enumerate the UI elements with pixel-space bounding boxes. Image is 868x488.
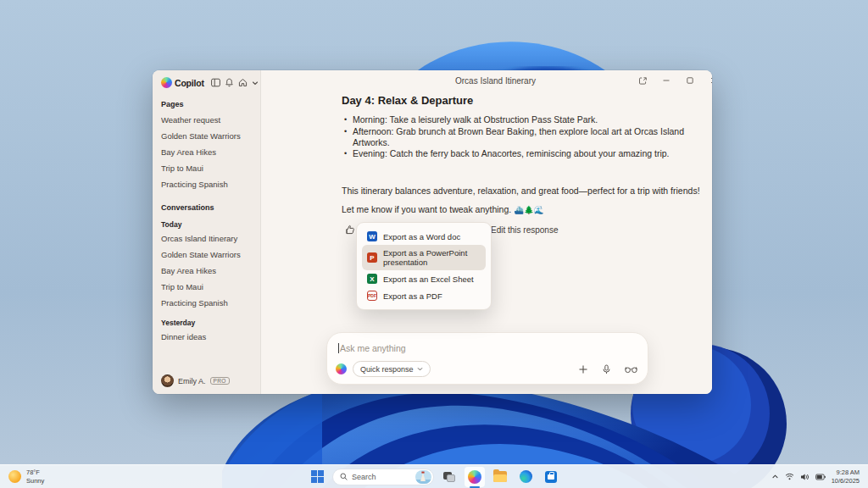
copilot-home-button[interactable]: Copilot (161, 77, 204, 88)
header-more-button[interactable] (251, 79, 259, 87)
chat-input[interactable]: Ask me anything (338, 341, 637, 355)
sidebar-conversation-item[interactable]: Orcas Island Itinerary (161, 230, 252, 247)
wifi-button[interactable] (785, 473, 794, 480)
conversations-section-label: Conversations (161, 203, 252, 212)
notifications-button[interactable] (224, 77, 235, 88)
bullet-item: Afternoon: Grab brunch at Brown Bear Bak… (342, 126, 693, 148)
close-button[interactable] (706, 73, 712, 88)
export-option-label: Export as a PowerPoint presentation (383, 248, 481, 267)
copilot-app-window: Copilot Pages Weather request Golden Sta… (153, 70, 712, 394)
copilot-logo-icon (161, 77, 172, 88)
start-button[interactable] (307, 467, 327, 487)
tweak-text: Let me know if you want to tweak anythin… (342, 204, 706, 214)
weather-temp: 78°F (26, 469, 44, 476)
search-highlight-thumbnail (415, 470, 431, 484)
microsoft-store-icon (545, 471, 557, 483)
export-word-option[interactable]: W Export as a Word doc (362, 228, 486, 245)
chevron-down-icon (417, 366, 423, 372)
app-name: Copilot (175, 78, 204, 88)
sidebar-page-item[interactable]: Practicing Spanish (161, 176, 252, 192)
search-icon (340, 473, 348, 480)
sun-icon (8, 470, 21, 483)
file-explorer-button[interactable] (490, 467, 510, 487)
export-option-label: Export as an Excel Sheet (383, 274, 474, 284)
export-dropdown-menu: W Export as a Word doc P Export as a Pow… (356, 222, 492, 310)
close-icon (709, 76, 712, 85)
sidebar-page-item[interactable]: Weather request (161, 112, 252, 128)
chevron-up-icon (771, 473, 779, 480)
summary-text: This itinerary balances adventure, relax… (342, 186, 706, 196)
microsoft-store-button[interactable] (541, 467, 561, 487)
home-button[interactable] (237, 77, 248, 88)
clock-date: 10/6/2025 (832, 477, 860, 485)
quick-response-selector[interactable]: Quick response (353, 361, 431, 377)
excel-icon: X (367, 274, 377, 284)
response-heading: Day 4: Relax & Departure (342, 94, 706, 107)
export-powerpoint-option[interactable]: P Export as a PowerPoint presentation (362, 245, 486, 270)
edit-response-label: Edit this response (491, 225, 559, 235)
user-name: Emily A. (178, 377, 206, 385)
chat-input-box: Ask me anything Quick response (326, 332, 648, 385)
sidebar-page-item[interactable]: Trip to Maui (161, 160, 252, 176)
add-attachment-button[interactable] (578, 364, 588, 374)
sidebar-conversation-item[interactable]: Trip to Maui (161, 279, 252, 295)
sidebar: Copilot Pages Weather request Golden Sta… (153, 70, 261, 394)
taskbar-copilot-button[interactable] (465, 467, 485, 487)
edge-icon (520, 470, 532, 483)
tweak-emoji: ⛴️🌲🌊 (514, 205, 544, 214)
quick-response-label: Quick response (360, 365, 414, 374)
sidebar-header: Copilot (161, 77, 252, 88)
wifi-icon (785, 473, 794, 480)
bullet-item: Evening: Catch the ferry back to Anacort… (342, 148, 693, 159)
taskbar-search[interactable]: Search (332, 469, 434, 485)
pro-badge: PRO (210, 377, 230, 385)
sidebar-conversation-item[interactable]: Bay Area Hikes (161, 263, 252, 279)
export-pdf-option[interactable]: PDF Export as a PDF (362, 287, 486, 304)
minimize-button[interactable] (659, 73, 674, 88)
export-option-label: Export as a PDF (383, 291, 442, 301)
popout-icon (638, 76, 648, 86)
popout-window-button[interactable] (635, 73, 650, 88)
copilot-icon (468, 470, 481, 484)
sidebar-conversation-item[interactable]: Dinner ideas (161, 329, 252, 345)
bullet-item: Morning: Take a leisurely walk at Obstru… (342, 114, 693, 125)
account-button[interactable]: Emily A. PRO (161, 374, 252, 387)
taskbar-clock[interactable]: 9:28 AM 10/6/2025 (832, 469, 860, 485)
avatar (161, 374, 174, 387)
show-hidden-icons-button[interactable] (771, 473, 779, 480)
edge-browser-button[interactable] (515, 467, 536, 487)
export-option-label: Export as a Word doc (383, 232, 460, 241)
chevron-down-icon (252, 80, 259, 86)
bell-icon (225, 78, 234, 87)
battery-button[interactable] (815, 474, 826, 480)
sidebar-conversation-item[interactable]: Golden State Warriors (161, 247, 252, 263)
maximize-button[interactable] (682, 73, 698, 88)
search-placeholder: Search (352, 473, 411, 481)
battery-icon (815, 474, 826, 480)
sidebar-toggle-icon (211, 78, 220, 87)
volume-button[interactable] (800, 473, 810, 481)
sidebar-page-item[interactable]: Golden State Warriors (161, 128, 252, 144)
pdf-icon: PDF (367, 291, 377, 301)
sidebar-conversation-item[interactable]: Practicing Spanish (161, 295, 252, 311)
speaker-icon (800, 473, 810, 481)
voice-input-button[interactable] (602, 364, 611, 374)
word-icon: W (367, 231, 377, 241)
export-excel-option[interactable]: X Export as an Excel Sheet (362, 270, 486, 287)
toggle-sidebar-button[interactable] (210, 77, 221, 88)
powerpoint-icon: P (367, 252, 377, 263)
sidebar-page-item[interactable]: Bay Area Hikes (161, 144, 252, 160)
today-group-label: Today (161, 220, 252, 229)
itinerary-bullet-list: Morning: Take a leisurely walk at Obstru… (342, 114, 693, 159)
thumbs-up-icon (345, 225, 355, 235)
clock-time: 9:28 AM (832, 469, 860, 476)
chat-response: Day 4: Relax & Departure Morning: Take a… (261, 91, 712, 237)
copilot-logo-icon (336, 363, 347, 374)
taskbar-weather-widget[interactable]: 78°F Sunny (0, 469, 144, 485)
task-view-button[interactable] (439, 467, 459, 487)
page-title: Orcas Island Itinerary (455, 76, 536, 86)
copilot-vision-button[interactable] (625, 365, 637, 374)
plus-icon (578, 364, 588, 374)
glasses-icon (625, 365, 637, 374)
pages-section-label: Pages (161, 100, 252, 108)
